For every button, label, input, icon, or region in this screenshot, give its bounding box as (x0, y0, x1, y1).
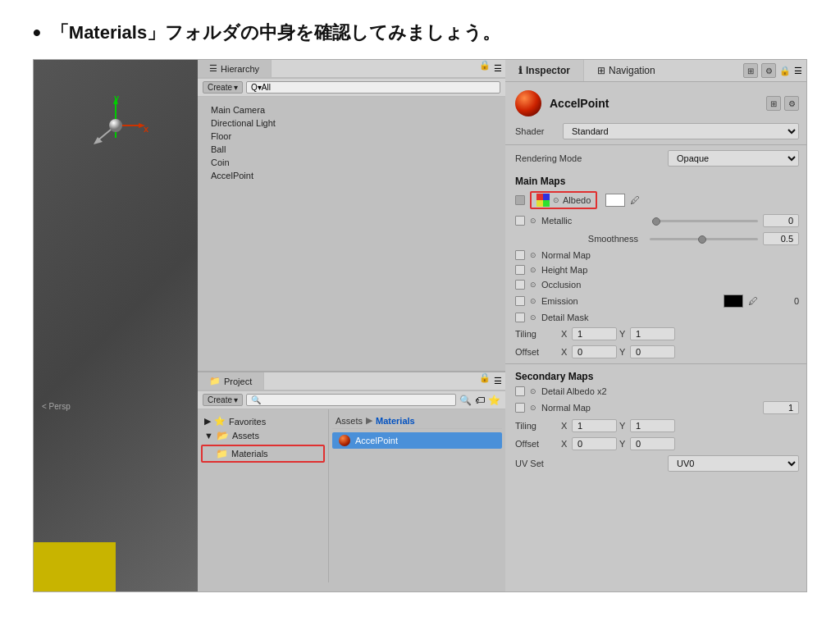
project-body: ▶ ⭐ Favorites ▼ 📂 Assets 📁 Materials (198, 409, 505, 582)
project-tab[interactable]: 📁 Project (198, 372, 264, 390)
detail-albedo-checkbox[interactable] (515, 386, 525, 396)
favorites-arrow-icon: ▶ (204, 416, 211, 427)
project-star-icon[interactable]: ⭐ (488, 395, 500, 406)
assets-folder-icon: 📂 (217, 430, 229, 441)
albedo-eyedropper-icon[interactable]: 🖊 (630, 194, 640, 206)
albedo-highlight-box: ⊙ Albedo (530, 191, 597, 209)
height-map-row: ⊙ Height Map (505, 262, 807, 277)
hierarchy-menu-icon[interactable]: ☰ (491, 60, 505, 77)
hierarchy-tab[interactable]: ☰ Hierarchy (198, 60, 272, 77)
project-search-input[interactable] (246, 394, 456, 406)
hierarchy-search-input[interactable] (246, 81, 500, 94)
secondary-tiling-coord-group: X Y (561, 419, 799, 432)
hierarchy-create-btn[interactable]: Create▾ (203, 81, 243, 94)
detail-albedo-row: ⊙ Detail Albedo x2 (505, 384, 807, 399)
secondary-tiling-x-input[interactable] (572, 419, 617, 432)
navigation-tab[interactable]: ⊞ Navigation (584, 60, 737, 81)
smoothness-slider[interactable] (650, 238, 758, 240)
project-search-icon[interactable]: 🔍 (459, 395, 472, 406)
project-create-btn[interactable]: Create▾ (203, 394, 243, 406)
project-materials-item[interactable]: 📁 Materials (203, 446, 323, 461)
inspector-tab[interactable]: ℹ Inspector (505, 60, 584, 81)
sec-offset-y-letter: Y (619, 439, 628, 449)
breadcrumb-sep: ▶ (366, 415, 372, 426)
project-assets-item[interactable]: ▼ 📂 Assets (198, 428, 328, 443)
hierarchy-item-accelpoint[interactable]: AccelPoint (198, 169, 505, 182)
project-tag-icon[interactable]: 🏷 (475, 395, 485, 406)
assets-arrow-icon: ▼ (204, 431, 213, 441)
rendering-mode-label: Rendering Mode (515, 153, 661, 163)
svg-marker-3 (139, 123, 145, 128)
albedo-label: Albedo (563, 195, 591, 205)
albedo-row: ⊙ Albedo 🖊 (505, 189, 807, 212)
inspector-gear-btn[interactable]: ⚙ (761, 63, 776, 78)
project-main: Assets ▶ Materials AccelPoint (329, 409, 505, 582)
inspector-controls: ⊞ ⚙ 🔒 ☰ (737, 60, 807, 81)
hierarchy-item-floor[interactable]: Floor (198, 130, 505, 143)
page-title: 「Materials」フォルダの中身を確認してみましょう。 (51, 21, 500, 45)
detail-albedo-dot: ⊙ (530, 387, 536, 395)
metallic-checkbox[interactable] (515, 216, 525, 226)
asset-pages-btn[interactable]: ⊞ (766, 96, 781, 111)
detail-mask-checkbox[interactable] (515, 313, 525, 322)
smoothness-label: Smoothness (530, 234, 645, 244)
albedo-checkbox[interactable] (515, 195, 525, 205)
metallic-slider[interactable] (652, 220, 758, 222)
breadcrumb-materials: Materials (376, 416, 415, 426)
hierarchy-lock-icon[interactable]: 🔒 (479, 60, 491, 77)
uvset-row: UV Set UV0 (505, 453, 807, 474)
breadcrumb: Assets ▶ Materials (332, 413, 502, 429)
occlusion-checkbox[interactable] (515, 280, 525, 290)
inspector-lock-icon[interactable]: 🔒 (779, 66, 791, 76)
hierarchy-item-coin[interactable]: Coin (198, 156, 505, 169)
height-map-checkbox[interactable] (515, 265, 525, 275)
emission-color-swatch[interactable] (724, 294, 743, 308)
emission-dot: ⊙ (530, 297, 536, 305)
smoothness-slider-thumb[interactable] (698, 235, 706, 244)
secondary-normal-value: 1 (763, 401, 799, 414)
secondary-maps-title: Secondary Maps (505, 368, 807, 384)
project-toolbar: Create▾ 🔍 🏷 ⭐ (198, 391, 505, 409)
emission-eyedropper-icon[interactable]: 🖊 (748, 295, 758, 307)
offset-y-input[interactable] (630, 345, 675, 358)
detail-mask-row: ⊙ Detail Mask (505, 310, 807, 325)
secondary-tiling-y-input[interactable] (630, 419, 675, 432)
secondary-offset-row: Offset X Y (505, 435, 807, 453)
project-lock-icon[interactable]: 🔒 (479, 372, 491, 390)
hierarchy-tab-bar: ☰ Hierarchy 🔒 ☰ (198, 60, 505, 79)
tiling-y-input[interactable] (630, 327, 675, 340)
rendering-mode-select[interactable]: Opaque (668, 150, 799, 167)
emission-checkbox[interactable] (515, 296, 525, 306)
divider-1 (505, 144, 807, 145)
shader-select[interactable]: Standard (563, 123, 799, 139)
project-favorites-item[interactable]: ▶ ⭐ Favorites (198, 414, 328, 428)
secondary-offset-y-input[interactable] (630, 437, 675, 450)
offset-x-input[interactable] (572, 345, 617, 358)
hierarchy-item-directional-light[interactable]: Directional Light (198, 116, 505, 130)
asset-item-accelpoint[interactable]: AccelPoint (332, 432, 502, 449)
normal-map-checkbox[interactable] (515, 250, 525, 260)
albedo-dot: ⊙ (553, 196, 559, 204)
shader-row: Shader Standard (505, 121, 807, 141)
secondary-normal-checkbox[interactable] (515, 403, 525, 413)
bullet-point: • (33, 20, 41, 46)
albedo-color-swatch[interactable] (605, 194, 625, 207)
hierarchy-item-ball[interactable]: Ball (198, 143, 505, 156)
sec-tiling-x-letter: X (561, 421, 569, 431)
inspector-header: ℹ Inspector ⊞ Navigation ⊞ ⚙ 🔒 ☰ (505, 60, 807, 82)
height-map-label: Height Map (541, 265, 799, 275)
tiling-x-input[interactable] (572, 327, 617, 340)
asset-settings-btn[interactable]: ⚙ (784, 96, 799, 111)
inspector-pages-btn[interactable]: ⊞ (743, 63, 758, 78)
breadcrumb-assets: Assets (336, 416, 363, 426)
hierarchy-item-main-camera[interactable]: Main Camera (198, 103, 505, 116)
tiling-label: Tiling (515, 329, 556, 339)
inspector-menu-icon[interactable]: ☰ (794, 66, 802, 76)
normal-map-dot: ⊙ (530, 251, 536, 259)
metallic-slider-thumb[interactable] (652, 217, 660, 226)
materials-folder-highlighted: 📁 Materials (201, 445, 325, 463)
project-menu-icon[interactable]: ☰ (491, 372, 505, 390)
hierarchy-toolbar: Create▾ (198, 79, 505, 97)
uvset-select[interactable]: UV0 (668, 455, 799, 472)
secondary-offset-x-input[interactable] (572, 437, 617, 450)
